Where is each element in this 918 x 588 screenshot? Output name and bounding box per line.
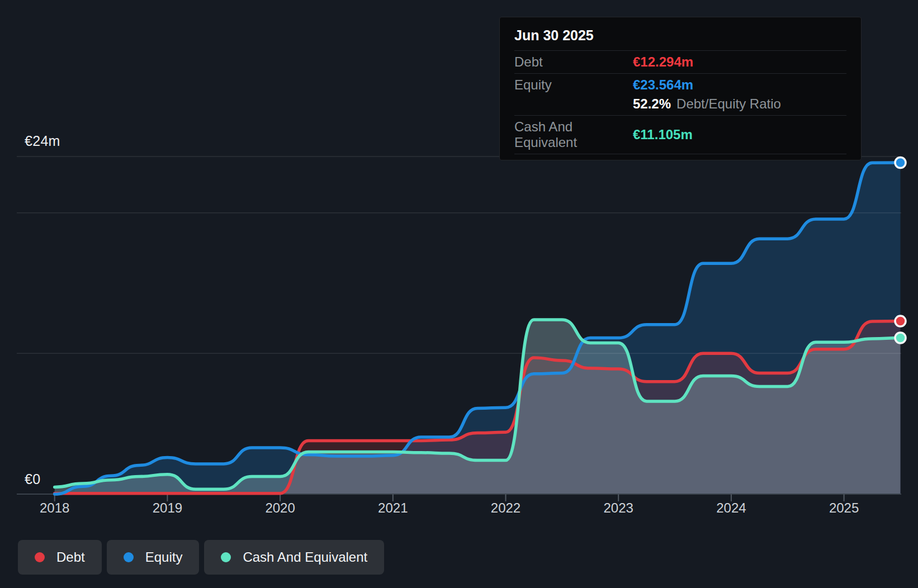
tooltip-ratio-label: Debt/Equity Ratio (676, 96, 781, 112)
legend-equity-label: Equity (145, 549, 183, 565)
tooltip-debt-value: €12.294m (633, 54, 693, 70)
tooltip-row-cash: Cash And Equivalent €11.105m (514, 115, 846, 154)
equity-endpoint-marker[interactable] (895, 158, 906, 168)
debt-legend-dot-icon (35, 552, 45, 562)
tooltip-cash-label: Cash And Equivalent (514, 119, 633, 150)
y-axis-label-top: €24m (25, 133, 60, 149)
x-axis-label-2020: 2020 (265, 500, 295, 516)
tooltip-bottom-rule (514, 154, 846, 157)
x-axis-label-2022: 2022 (491, 500, 520, 516)
legend-debt-label: Debt (56, 549, 85, 565)
x-axis-label-2024: 2024 (716, 500, 746, 516)
y-axis-label-zero: €0 (25, 471, 40, 487)
chart-legend: Debt Equity Cash And Equivalent (18, 540, 384, 575)
tooltip-debt-label: Debt (514, 54, 633, 70)
tooltip-row-equity: Equity €23.564m (514, 73, 846, 96)
tooltip-row-debt: Debt €12.294m (514, 50, 846, 73)
x-axis-label-2021: 2021 (378, 500, 408, 516)
tooltip-date: Jun 30 2025 (514, 23, 846, 50)
cash-legend-dot-icon (221, 552, 231, 562)
x-axis-label-2023: 2023 (603, 500, 633, 516)
legend-item-cash[interactable]: Cash And Equivalent (204, 540, 384, 575)
debt-equity-history-panel: €24m €0 20182019202020212022202320242025… (0, 0, 918, 588)
x-axis-label-2019: 2019 (153, 500, 182, 516)
tooltip-equity-value: €23.564m (633, 77, 693, 93)
legend-item-debt[interactable]: Debt (18, 540, 102, 575)
legend-cash-label: Cash And Equivalent (243, 549, 367, 565)
x-axis-label-2025: 2025 (829, 500, 859, 516)
equity-legend-dot-icon (124, 552, 134, 562)
cash-and-equivalent-endpoint-marker[interactable] (895, 333, 906, 343)
tooltip-equity-label: Equity (514, 77, 633, 93)
legend-item-equity[interactable]: Equity (107, 540, 200, 575)
chart-tooltip: Jun 30 2025 Debt €12.294m Equity €23.564… (499, 17, 862, 160)
tooltip-row-ratio: 52.2% Debt/Equity Ratio (514, 96, 846, 115)
debt-endpoint-marker[interactable] (895, 316, 906, 326)
tooltip-ratio-value: 52.2% (633, 96, 671, 112)
x-axis-label-2018: 2018 (40, 500, 69, 516)
tooltip-cash-value: €11.105m (633, 127, 693, 143)
